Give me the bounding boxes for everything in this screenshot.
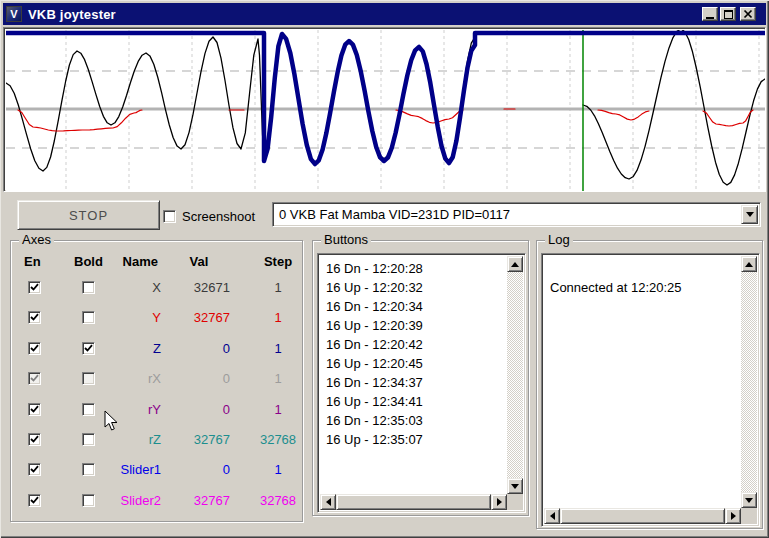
button-event-item[interactable]: 16 Dn - 12:35:03 <box>326 411 507 430</box>
device-combobox[interactable]: 0 VKB Fat Mamba VID=231D PID=0117 <box>272 202 761 227</box>
scroll-left-button[interactable] <box>320 494 336 510</box>
axis-name: Y <box>99 311 161 325</box>
axis-step: 1 <box>248 281 308 295</box>
close-button[interactable] <box>740 7 756 21</box>
scrollbar-thumb[interactable] <box>336 494 491 510</box>
axis-val: 0 <box>168 372 230 386</box>
axis-bold-checkbox[interactable] <box>82 433 95 446</box>
device-combobox-value: 0 VKB Fat Mamba VID=231D PID=0117 <box>279 207 510 222</box>
axis-bold-checkbox[interactable] <box>82 494 95 507</box>
axis-val: 32671 <box>168 281 230 295</box>
axes-group: Axes En Bold Name Val Step X326711Y32767… <box>10 240 303 522</box>
axis-val: 0 <box>168 342 230 356</box>
button-event-item[interactable]: 16 Up - 12:35:07 <box>326 430 507 449</box>
button-event-item[interactable]: 16 Dn - 12:20:34 <box>326 297 507 316</box>
stop-button[interactable]: STOP <box>17 200 160 230</box>
scroll-up-button[interactable] <box>741 256 757 272</box>
signal-chart <box>3 27 766 192</box>
log-line <box>550 259 741 278</box>
axis-enable-checkbox[interactable] <box>28 281 41 294</box>
axis-enable-checkbox[interactable] <box>28 342 41 355</box>
app-window: V VKB joytester STOP Screenshoot 0 VKB F… <box>0 0 769 538</box>
minimize-icon <box>706 17 714 19</box>
axis-val: 32767 <box>168 311 230 325</box>
header-step: Step <box>248 254 308 269</box>
axis-step: 1 <box>248 403 308 417</box>
axis-enable-checkbox[interactable] <box>28 433 41 446</box>
button-event-item[interactable]: 16 Dn - 12:20:42 <box>326 335 507 354</box>
arrow-down-icon <box>511 484 519 489</box>
scrollbar-corner <box>741 508 757 524</box>
scrollbar-track[interactable] <box>741 256 757 508</box>
scrollbar-track[interactable] <box>507 256 523 494</box>
axis-step: 1 <box>248 311 308 325</box>
button-event-item[interactable]: 16 Up - 12:20:45 <box>326 354 507 373</box>
arrow-up-icon <box>511 262 519 267</box>
axis-step: 32768 <box>248 433 308 447</box>
button-event-item[interactable]: 16 Dn - 12:20:28 <box>326 259 507 278</box>
header-name: Name <box>89 254 158 269</box>
check-icon <box>30 313 39 322</box>
axis-enable-checkbox[interactable] <box>28 311 41 324</box>
check-icon <box>84 344 93 353</box>
axis-step: 32768 <box>248 494 308 508</box>
axis-bold-checkbox[interactable] <box>82 463 95 476</box>
axis-enable-checkbox[interactable] <box>28 403 41 416</box>
window-title: VKB joytester <box>28 7 116 22</box>
axis-enable-checkbox[interactable] <box>28 463 41 476</box>
scroll-down-button[interactable] <box>741 492 757 508</box>
axis-step: 1 <box>248 463 308 477</box>
button-event-item[interactable]: 16 Up - 12:20:39 <box>326 316 507 335</box>
titlebar: V VKB joytester <box>3 3 766 25</box>
check-icon <box>30 283 39 292</box>
header-en: En <box>24 254 41 269</box>
log-line: Connected at 12:20:25 <box>550 278 741 297</box>
scroll-right-button[interactable] <box>491 494 507 510</box>
chevron-down-icon <box>746 212 754 217</box>
axis-bold-checkbox[interactable] <box>82 372 95 385</box>
arrow-left-icon <box>550 512 555 520</box>
axis-bold-checkbox[interactable] <box>82 281 95 294</box>
button-event-item[interactable]: 16 Up - 12:34:41 <box>326 392 507 411</box>
combobox-dropdown-button[interactable] <box>741 205 758 224</box>
axes-group-label: Axes <box>19 233 54 247</box>
arrow-up-icon <box>745 262 753 267</box>
scrollbar-corner <box>507 494 523 510</box>
maximize-icon <box>724 10 733 19</box>
arrow-down-icon <box>745 498 753 503</box>
scrollbar-thumb[interactable] <box>560 508 725 524</box>
arrow-right-icon <box>497 498 502 506</box>
close-icon <box>743 9 753 19</box>
axis-enable-checkbox[interactable] <box>28 494 41 507</box>
screenshot-label: Screenshoot <box>182 209 255 224</box>
vertical-scrollbar[interactable] <box>507 256 523 494</box>
scroll-right-button[interactable] <box>725 508 741 524</box>
scroll-left-button[interactable] <box>544 508 560 524</box>
horizontal-scrollbar[interactable] <box>320 494 507 510</box>
axis-bold-checkbox[interactable] <box>82 403 95 416</box>
axis-val: 0 <box>168 463 230 477</box>
button-event-item[interactable]: 16 Up - 12:20:32 <box>326 278 507 297</box>
mouse-cursor-icon <box>104 410 118 435</box>
header-val: Val <box>168 254 230 269</box>
axis-val: 32767 <box>168 494 230 508</box>
axis-val: 32767 <box>168 433 230 447</box>
log-textbox[interactable]: Connected at 12:20:25 <box>541 253 760 527</box>
maximize-button[interactable] <box>720 7 736 21</box>
minimize-button[interactable] <box>702 7 718 21</box>
scroll-down-button[interactable] <box>507 478 523 494</box>
axis-name: Slider2 <box>99 494 161 508</box>
axis-name: Z <box>99 342 161 356</box>
axis-enable-checkbox[interactable] <box>28 372 41 385</box>
screenshot-checkbox[interactable] <box>163 210 176 223</box>
axis-step: 1 <box>248 342 308 356</box>
check-icon <box>30 465 39 474</box>
button-event-item[interactable]: 16 Dn - 12:34:37 <box>326 373 507 392</box>
check-icon <box>30 435 39 444</box>
button-events-listbox[interactable]: 16 Dn - 12:20:2816 Up - 12:20:3216 Dn - … <box>317 253 526 513</box>
scroll-up-button[interactable] <box>507 256 523 272</box>
axis-bold-checkbox[interactable] <box>82 342 95 355</box>
vertical-scrollbar[interactable] <box>741 256 757 508</box>
axis-bold-checkbox[interactable] <box>82 311 95 324</box>
horizontal-scrollbar[interactable] <box>544 508 741 524</box>
